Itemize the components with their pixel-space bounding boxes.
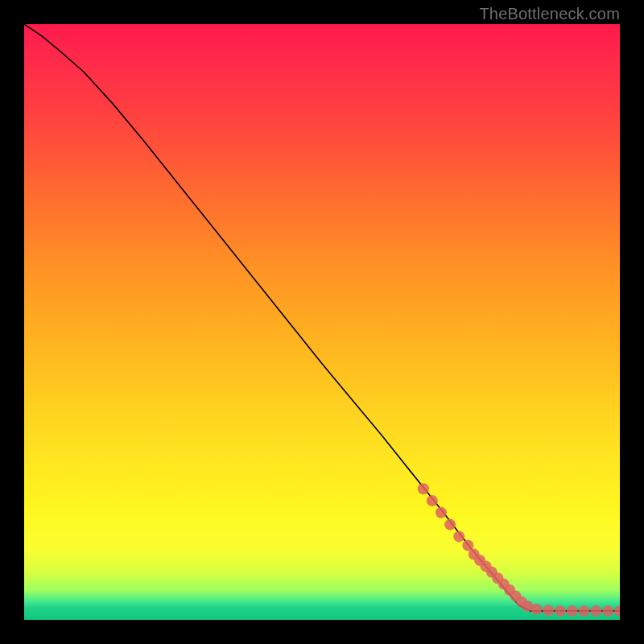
point-highlighted-segment	[444, 519, 456, 530]
watermark-text: TheBottleneck.com	[479, 5, 620, 23]
point-highlighted-segment	[418, 483, 429, 494]
point-highlighted-segment	[436, 507, 447, 518]
point-highlighted-segment	[453, 530, 464, 542]
point-highlighted-segment	[427, 495, 438, 506]
point-highlighted-segment	[530, 604, 542, 615]
series-curve	[24, 24, 620, 611]
point-highlighted-segment	[579, 605, 590, 617]
chart-frame: TheBottleneck.com	[0, 0, 644, 644]
point-highlighted-segment	[590, 605, 601, 617]
point-highlighted-segment	[614, 605, 620, 617]
point-highlighted-segment	[602, 605, 613, 617]
point-highlighted-segment	[567, 605, 578, 617]
point-highlighted-segment	[543, 605, 554, 616]
plot-area	[24, 24, 620, 620]
point-highlighted-segment	[555, 605, 566, 617]
chart-svg	[24, 24, 620, 620]
